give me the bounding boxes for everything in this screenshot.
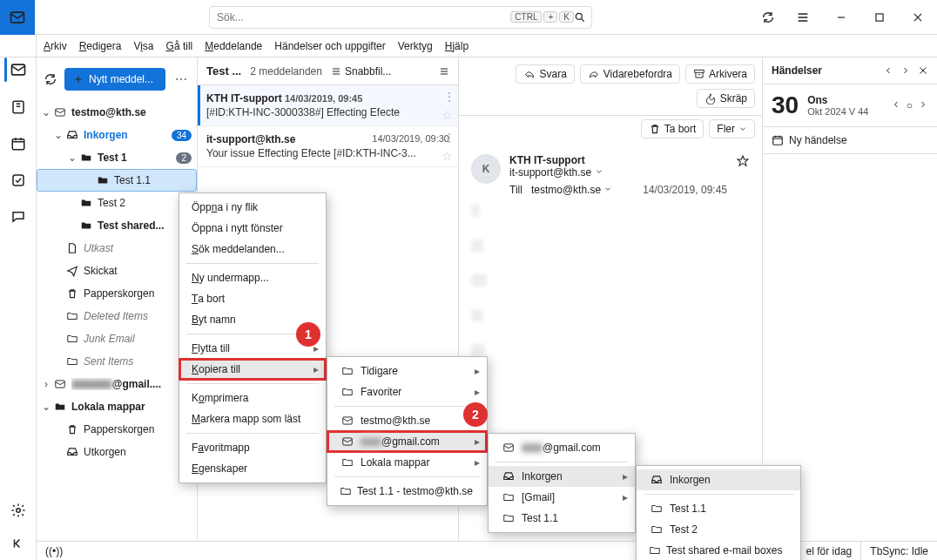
window-close[interactable] [899, 0, 937, 35]
test1-badge: 2 [176, 152, 192, 164]
ctx3-acc[interactable]: xxxx@gmail.com [489, 437, 635, 458]
callout-2: 2 [463, 402, 488, 427]
folder-deleted-items[interactable]: Deleted Items [37, 305, 197, 327]
ctx2-acc2[interactable]: xxxx@gmail.com▸ [327, 431, 487, 452]
ctx4-test11[interactable]: Test 1.1 [637, 498, 800, 519]
quick-filter[interactable]: Snabbfil... [331, 65, 391, 78]
window-maximize[interactable] [860, 0, 899, 35]
rail-settings-icon[interactable] [1, 503, 36, 518]
search-input[interactable] [215, 10, 507, 24]
more-button[interactable]: Fler [709, 119, 755, 138]
reply-button[interactable]: Svara [516, 64, 574, 84]
local-trash[interactable]: Papperskorgen [37, 418, 197, 441]
search-icon [574, 11, 586, 24]
ctx3-inbox[interactable]: Inkorgen▸ [489, 466, 635, 487]
ctx-new-sub[interactable]: Ny undermapp... [179, 267, 326, 288]
date-today-icon[interactable]: ○ [907, 99, 913, 111]
folder-skickat[interactable]: Skickat [37, 260, 197, 282]
status-bar: ((•)) el för idag TbSync: Idle [37, 541, 937, 560]
folder-test2[interactable]: Test 2 [37, 192, 197, 214]
ctx-compress[interactable]: Komprimera [179, 388, 326, 408]
ctx-props[interactable]: Egenskaper [179, 458, 326, 479]
junk-button[interactable]: Skräp [697, 89, 755, 108]
ctx-open-tab[interactable]: Öppna i ny flik [179, 197, 326, 218]
menu-meddelande[interactable]: Meddelande [205, 40, 262, 52]
new-message-button[interactable]: Nytt meddel... [64, 68, 165, 91]
ctx2-recent[interactable]: Tidigare▸ [327, 361, 487, 381]
ctx4-inbox[interactable]: Inkorgen [637, 469, 800, 490]
events-subdate: Okt 2024 V 44 [807, 106, 868, 117]
menu-gatill[interactable]: Gå till [166, 40, 193, 52]
tree-more-button[interactable]: ⋯ [172, 72, 190, 86]
folder-inbox[interactable]: ⌄ Inkorgen 34 [37, 124, 197, 146]
ctx4-shared[interactable]: Test shared e-mail boxes [637, 540, 800, 560]
menu-hjalp[interactable]: Hjälp [445, 40, 468, 52]
delete-button[interactable]: Ta bort [641, 119, 704, 138]
ctx4-test2[interactable]: Test 2 [637, 519, 800, 540]
search-shortcut: CTRL+K [510, 11, 574, 23]
menu-handelser[interactable]: Händelser och uppgifter [274, 40, 385, 52]
ctx-fav[interactable]: Favoritmapp [179, 437, 326, 458]
events-weekday: Ons [807, 94, 868, 106]
rail-mail-icon[interactable] [1, 61, 36, 78]
account-testmo[interactable]: ⌄ testmo@kth.se [37, 101, 197, 124]
events-prev-icon[interactable] [883, 65, 893, 76]
local-folders[interactable]: ⌄ Lokala mappar [37, 395, 197, 418]
ctx-open-win[interactable]: Öppna i nytt fönster [179, 218, 326, 239]
folder-utkast[interactable]: Utkast [37, 237, 197, 260]
ctx-delete[interactable]: Ta bort [179, 288, 326, 309]
message-item[interactable]: it-support@kth.se14/03/2019, 09:30 Your … [198, 126, 458, 167]
context-menu-gmail: xxxx@gmail.com Inkorgen▸ [Gmail]▸ Test 1… [488, 433, 636, 533]
to-label: Till [509, 184, 522, 196]
ctx2-local[interactable]: Lokala mappar▸ [327, 452, 487, 473]
ctx3-gmail[interactable]: [Gmail]▸ [489, 487, 635, 508]
ctx-mark-read[interactable]: Markera mapp som läst [179, 408, 326, 429]
ctx3-test11[interactable]: Test 1.1 [489, 508, 635, 529]
app-icon[interactable] [0, 0, 35, 35]
folder-junk-email[interactable]: Junk Email [37, 327, 197, 350]
rail-addressbook-icon[interactable] [1, 99, 36, 115]
menu-arkiv[interactable]: Arkiv [44, 40, 67, 52]
window-minimize[interactable] [822, 0, 860, 35]
ctx2-fav[interactable]: Favoriter▸ [327, 381, 487, 402]
sender-avatar: K [471, 154, 501, 184]
left-rail [0, 35, 37, 560]
new-event-button[interactable]: Ny händelse [763, 127, 937, 154]
folder-test11[interactable]: Test 1.1 [37, 169, 197, 192]
folder-sent-items[interactable]: Sent Items [37, 350, 197, 373]
rail-tasks-icon[interactable] [1, 172, 36, 188]
events-close-icon[interactable] [918, 65, 928, 76]
sender-name: KTH IT-support [509, 154, 727, 166]
account-gmail[interactable]: › xxxxxxx@gmail.... [37, 373, 197, 395]
events-next-icon[interactable] [900, 65, 911, 76]
list-settings-icon[interactable] [439, 66, 449, 77]
sender-address: it-support@kth.se [509, 166, 727, 179]
rail-chat-icon[interactable] [1, 209, 36, 225]
cloud-icon[interactable] [44, 72, 57, 86]
ctx-copy[interactable]: Kopiera till▸ [179, 359, 326, 380]
global-search[interactable]: CTRL+K [209, 6, 592, 29]
rail-calendar-icon[interactable] [1, 136, 36, 152]
menu-visa[interactable]: Visa [133, 40, 153, 52]
local-outbox[interactable]: Utkorgen [37, 441, 197, 463]
sync-icon[interactable] [761, 10, 775, 24]
app-menu-button[interactable] [784, 0, 822, 35]
message-item[interactable]: KTH IT-support 14/03/2019, 09:45 [#ID:KT… [198, 85, 458, 126]
menubar: Arkiv Redigera Visa Gå till Meddelande H… [0, 35, 937, 57]
date-prev-icon[interactable] [891, 99, 901, 110]
forward-button[interactable]: Vidarebefordra [580, 64, 680, 84]
archive-button[interactable]: Arkivera [685, 64, 755, 84]
ctx-search[interactable]: Sök meddelanden... [179, 239, 326, 260]
star-icon[interactable] [736, 154, 750, 196]
message-body [459, 205, 762, 356]
folder-test-shared[interactable]: Test shared... [37, 214, 197, 237]
folder-test1[interactable]: ⌄ Test 1 2 [37, 146, 197, 169]
rail-collapse-icon[interactable] [1, 536, 36, 551]
menu-verktyg[interactable]: Verktyg [398, 40, 433, 52]
menu-redigera[interactable]: Redigera [79, 40, 122, 52]
ctx2-test11[interactable]: Test 1.1 - testmo@kth.se [327, 481, 487, 502]
context-menu-gmail-inbox: Inkorgen Test 1.1 Test 2 Test shared e-m… [636, 465, 801, 560]
status-connection-icon: ((•)) [37, 542, 71, 560]
folder-trash[interactable]: Papperskorgen [37, 282, 197, 305]
date-next-icon[interactable] [918, 99, 928, 110]
